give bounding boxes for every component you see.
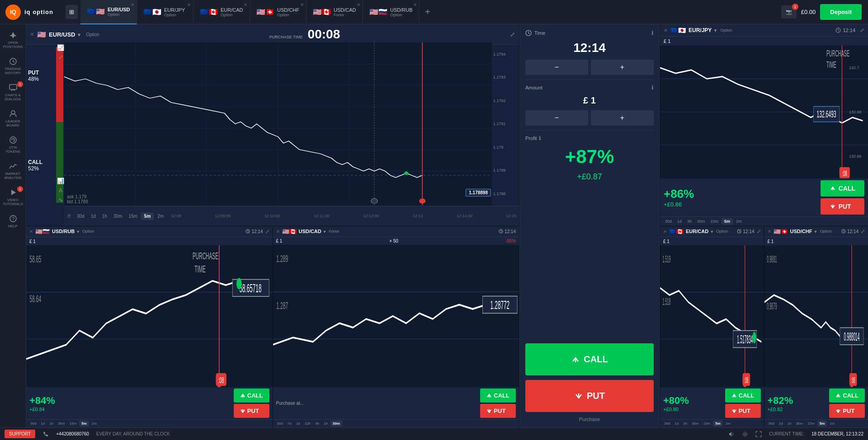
usdcad-tf-12h[interactable]: 12h	[303, 421, 312, 426]
eurjpy-tf-30d[interactable]: 30d	[663, 218, 674, 225]
call-button-main[interactable]: CALL	[525, 343, 654, 375]
eurjpy-call-button[interactable]: CALL	[821, 180, 864, 197]
usdrub-tf-1h[interactable]: 1h	[47, 421, 55, 426]
eurcad-tf-5m[interactable]: 5m	[713, 421, 723, 426]
usdchf-tf-30d[interactable]: 30d	[767, 421, 776, 426]
usdchf-tf-15m[interactable]: 15m	[806, 421, 816, 426]
main-chart-close[interactable]: ✕	[30, 31, 34, 37]
usdrub-tf-5m[interactable]: 5m	[79, 421, 89, 426]
tab-close-usdcad[interactable]: ✕	[357, 2, 360, 7]
eurjpy-tf-15m[interactable]: 15m	[708, 218, 721, 225]
tf-5m-active[interactable]: 5m	[141, 212, 154, 220]
eurcad-tf-30m[interactable]: 30m	[690, 421, 701, 426]
usdchf-tf-2m[interactable]: 2m	[828, 421, 836, 426]
sidebar-item-video-tutorials[interactable]: 1 VIDEOTUTORIALS	[0, 184, 26, 210]
eurcad-tf-1d[interactable]: 1d	[673, 421, 680, 426]
eurjpy-tf-2m[interactable]: 2m	[734, 218, 744, 225]
eurcad-tf-30d[interactable]: 30d	[662, 421, 672, 426]
tab-close-eurcad[interactable]: ✕	[244, 2, 247, 7]
chart-indicator-button[interactable]: 📊	[56, 177, 65, 185]
usdchf-tf-1d[interactable]: 1d	[777, 421, 785, 426]
tf-30d[interactable]: 30d	[74, 212, 87, 220]
usdrub-expand[interactable]: ⤢	[265, 229, 269, 234]
amount-info-button[interactable]: ℹ	[651, 84, 654, 91]
usdcad-tf-30d[interactable]: 30d	[275, 421, 285, 426]
eurcad-tf-15m[interactable]: 15m	[702, 421, 712, 426]
eurcad-tf-3h[interactable]: 3h	[681, 421, 689, 426]
volume-icon[interactable]	[728, 431, 735, 437]
usdcad-put-button[interactable]: PUT	[480, 404, 516, 418]
usdrub-put-button[interactable]: PUT	[234, 404, 269, 418]
camera-button[interactable]: 📷 1	[781, 5, 797, 19]
sidebar-item-trading-history[interactable]: TRADINGHISTORY	[0, 53, 26, 79]
tab-usdrub[interactable]: ✕ 🇺🇸🇷🇺 USD/RUBOption	[363, 0, 420, 24]
usdchf-expand[interactable]: ⤢	[861, 229, 865, 234]
sidebar-item-help[interactable]: ? HELP	[0, 211, 26, 232]
usdcad-tf-3h[interactable]: 3h	[313, 421, 321, 426]
time-info-button[interactable]: ℹ	[651, 30, 654, 36]
sidebar-item-chats[interactable]: 1 CHATS &DIALOGS	[0, 80, 26, 105]
usdcad-tf-1d[interactable]: 1d	[294, 421, 302, 426]
profit-info-button[interactable]: ℹ	[539, 135, 541, 141]
usdrub-tf-30d[interactable]: 30d	[28, 421, 38, 426]
tf-30m[interactable]: 30m	[111, 212, 125, 220]
eurcad-close[interactable]: ✕	[663, 229, 667, 234]
eurcad-call-button[interactable]: CALL	[725, 389, 761, 403]
deposit-button[interactable]: Deposit	[820, 4, 862, 20]
amount-decrement[interactable]: −	[525, 110, 588, 126]
amount-increment[interactable]: +	[591, 110, 654, 126]
tab-usdchf[interactable]: ✕ 🇺🇸🇨🇭 USD/CHFOption	[250, 0, 307, 24]
usdrub-tf-2m[interactable]: 2m	[90, 421, 99, 426]
put-button-main[interactable]: PUT	[525, 380, 654, 412]
sidebar-item-market-analysis[interactable]: MARKETANALYSIS	[0, 158, 26, 183]
tab-eurcad[interactable]: ✕ 🇪🇺🇨🇦 EUR/CADOption	[193, 0, 250, 24]
usdchf-put-button[interactable]: PUT	[829, 404, 865, 418]
usdrub-tf-30m[interactable]: 30m	[56, 421, 67, 426]
usdcad-close[interactable]: ✕	[276, 229, 280, 234]
eurcad-expand[interactable]: ⤢	[757, 229, 761, 234]
usdrub-close[interactable]: ✕	[29, 229, 33, 234]
tf-2m[interactable]: 2m	[155, 212, 166, 220]
tf-15m[interactable]: 15m	[126, 212, 140, 220]
usdcad-tf-30m[interactable]: 30m	[330, 421, 342, 426]
time-decrement[interactable]: −	[525, 60, 588, 75]
eurjpy-close[interactable]: ✕	[664, 28, 668, 33]
chart-type-button[interactable]: 📈	[56, 43, 65, 52]
support-button[interactable]: SUPPORT	[5, 430, 35, 438]
eurjpy-put-button[interactable]: PUT	[821, 198, 864, 215]
fullscreen-status-icon[interactable]	[755, 431, 762, 437]
usdcad-call-button[interactable]: CALL	[480, 389, 516, 403]
chart-text-button[interactable]: A	[56, 186, 65, 195]
chart-draw-button[interactable]: ∿	[56, 196, 65, 204]
sidebar-item-otn-tokens[interactable]: OTNTOKENS	[0, 132, 26, 157]
usdrub-tf-15m[interactable]: 15m	[68, 421, 79, 426]
tab-close-eurjpy[interactable]: ✕	[187, 2, 191, 7]
tf-1d[interactable]: 1d	[88, 212, 99, 220]
sidebar-item-leaderboard[interactable]: LEADERBOARD	[0, 106, 26, 131]
tab-eurusd[interactable]: ✕ 🇪🇺🇺🇸 EUR/USDOption	[80, 0, 137, 24]
usdchf-call-button[interactable]: CALL	[829, 389, 865, 403]
eurcad-put-button[interactable]: PUT	[725, 404, 761, 418]
fullscreen-button[interactable]: ⤢	[510, 31, 515, 38]
add-tab-button[interactable]: +	[420, 0, 436, 24]
usdcad-tf-7d[interactable]: 7d	[286, 421, 293, 426]
eurjpy-tf-30m[interactable]: 30m	[695, 218, 708, 225]
chart-expand-button[interactable]: ⤢	[56, 53, 65, 61]
usdrub-tf-1d[interactable]: 1d	[39, 421, 47, 426]
time-increment[interactable]: +	[591, 60, 654, 75]
tab-eurjpy[interactable]: ✕ 🇪🇺🇯🇵 EUR/JPYOption	[137, 0, 193, 24]
usdchf-tf-5m[interactable]: 5m	[817, 421, 827, 426]
eurjpy-expand[interactable]: ⤢	[860, 27, 864, 33]
eurcad-tf-2m[interactable]: 2m	[724, 421, 732, 426]
usdchf-close[interactable]: ✕	[768, 229, 771, 234]
settings-icon[interactable]	[742, 431, 748, 437]
usdchf-tf-30m[interactable]: 30m	[794, 421, 805, 426]
tf-1h[interactable]: 1h	[99, 212, 110, 220]
eurjpy-tf-1d[interactable]: 1d	[675, 218, 684, 225]
usdchf-tf-1h[interactable]: 1h	[786, 421, 793, 426]
eurjpy-tf-3h[interactable]: 3h	[685, 218, 694, 225]
tab-close-usdrub[interactable]: ✕	[413, 2, 417, 7]
tab-close-eurusd[interactable]: ✕	[131, 2, 134, 7]
eurjpy-tf-5m[interactable]: 5m	[722, 218, 733, 225]
account-dropdown[interactable]: £0.00	[801, 9, 816, 15]
